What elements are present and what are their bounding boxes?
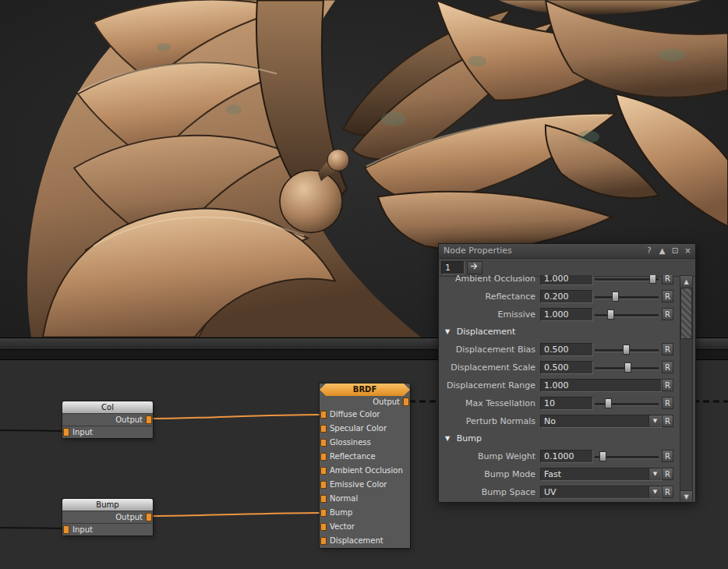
reset-button[interactable]: R xyxy=(662,290,673,302)
brdf-input-row: Bump xyxy=(320,506,410,520)
slider-handle[interactable] xyxy=(607,309,614,320)
displacement-bias-field[interactable]: 0.500 xyxy=(540,343,593,356)
property-label: Emissive xyxy=(442,306,535,323)
input-port[interactable] xyxy=(320,439,327,447)
node-brdf[interactable]: BRDF Output Diffuse Color Specular Color… xyxy=(320,383,410,548)
section-bump[interactable]: ▼ Bump xyxy=(442,430,675,447)
ambient-occlusion-field[interactable]: 1.000 xyxy=(540,275,593,285)
reset-button[interactable]: R xyxy=(662,397,673,409)
input-port[interactable] xyxy=(320,425,327,433)
emissive-field[interactable]: 1.000 xyxy=(540,308,593,321)
input-port[interactable] xyxy=(320,537,327,545)
node-bump-title[interactable]: Bump xyxy=(62,499,153,511)
scrollbar-thumb[interactable] xyxy=(680,288,692,339)
slider-track[interactable] xyxy=(595,341,659,359)
property-label: Bump Space xyxy=(442,483,535,501)
property-row-perturb-normals: Perturb Normals No ▼ R xyxy=(442,412,675,430)
property-label: Ambient Occlusion xyxy=(442,275,535,288)
slider-track[interactable] xyxy=(595,288,659,306)
output-label: Output xyxy=(115,513,143,521)
brdf-input-row: Diffuse Color xyxy=(320,408,410,422)
input-port[interactable] xyxy=(320,495,327,503)
panel-titlebar[interactable]: Node Properties ? ▲ ⊡ × xyxy=(439,244,695,259)
jump-arrow-icon xyxy=(470,262,479,270)
panel-content: Ambient Occlusion 1.000 R Reflectance 0.… xyxy=(439,275,695,502)
dropdown-value: UV xyxy=(544,487,557,497)
displacement-range-field[interactable]: 1.000 xyxy=(540,379,662,392)
input-port[interactable] xyxy=(320,509,327,517)
node-brdf-output-row: Output xyxy=(320,396,410,408)
reset-button[interactable]: R xyxy=(662,450,673,462)
bump-weight-field[interactable]: 0.1000 xyxy=(540,450,593,463)
reflectance-field[interactable]: 0.200 xyxy=(540,290,593,303)
scroll-down-icon[interactable]: ▼ xyxy=(680,490,692,502)
reset-button[interactable]: R xyxy=(662,468,673,480)
node-col-title[interactable]: Col xyxy=(62,401,153,414)
slider-handle[interactable] xyxy=(612,292,619,302)
chevron-down-icon[interactable]: ▼ xyxy=(648,468,661,480)
reset-button[interactable]: R xyxy=(662,486,673,498)
input-label: Displacement xyxy=(330,536,383,545)
collapse-triangle-icon[interactable]: ▼ xyxy=(445,435,450,442)
output-port[interactable] xyxy=(403,398,409,406)
jump-to-node-button[interactable] xyxy=(467,261,482,274)
slider-handle[interactable] xyxy=(623,345,630,355)
property-label: Perturb Normals xyxy=(442,412,535,430)
chevron-down-icon[interactable]: ▼ xyxy=(648,486,661,498)
bump-mode-dropdown[interactable]: Fast ▼ xyxy=(540,468,662,481)
input-port[interactable] xyxy=(320,453,327,461)
input-port[interactable] xyxy=(63,428,69,436)
scroll-up-icon[interactable]: ▲ xyxy=(680,276,692,288)
displacement-scale-field[interactable]: 0.500 xyxy=(540,361,593,374)
rollup-icon[interactable]: ▲ xyxy=(657,244,667,258)
input-port[interactable] xyxy=(320,411,327,419)
brdf-input-row: Displacement xyxy=(320,534,410,548)
slider-track[interactable] xyxy=(595,394,659,412)
node-bump[interactable]: Bump Output Input xyxy=(62,499,153,535)
property-label: Displacement Range xyxy=(442,376,535,394)
reset-button[interactable]: R xyxy=(662,343,673,355)
node-properties-panel[interactable]: Node Properties ? ▲ ⊡ × 1 Ambient Occlus… xyxy=(438,243,696,503)
node-brdf-title[interactable]: BRDF xyxy=(320,383,410,396)
input-port[interactable] xyxy=(63,525,69,534)
input-label: Glossiness xyxy=(330,438,371,447)
input-label: Input xyxy=(72,525,93,534)
float-window-icon[interactable]: ⊡ xyxy=(670,244,680,258)
slider-track[interactable] xyxy=(595,306,659,323)
slider-handle[interactable] xyxy=(649,275,656,284)
index-input[interactable]: 1 xyxy=(441,261,465,274)
max-tessellation-field[interactable]: 10 xyxy=(540,397,593,410)
section-displacement[interactable]: ▼ Displacement xyxy=(442,323,675,341)
property-row-displacement-scale: Displacement Scale 0.500 R xyxy=(442,359,675,376)
input-label: Bump xyxy=(330,508,352,517)
slider-handle[interactable] xyxy=(599,451,606,461)
reset-button[interactable]: R xyxy=(662,379,673,391)
node-col-output-row: Output xyxy=(62,414,153,426)
reset-button[interactable]: R xyxy=(662,275,673,284)
input-port[interactable] xyxy=(320,523,327,531)
property-row-reflectance: Reflectance 0.200 R xyxy=(442,288,675,306)
chevron-down-icon[interactable]: ▼ xyxy=(648,415,661,427)
perturb-normals-dropdown[interactable]: No ▼ xyxy=(540,415,662,428)
property-row-bump-mode: Bump Mode Fast ▼ R xyxy=(442,465,675,483)
node-col[interactable]: Col Output Input xyxy=(62,401,153,438)
input-port[interactable] xyxy=(320,481,327,489)
panel-scrollbar[interactable]: ▲ ▼ xyxy=(680,275,693,502)
input-label: Reflectance xyxy=(330,452,376,461)
reset-button[interactable]: R xyxy=(662,415,673,427)
reset-button[interactable]: R xyxy=(662,361,673,373)
output-port[interactable] xyxy=(146,513,152,521)
slider-track[interactable] xyxy=(595,447,659,465)
slider-track[interactable] xyxy=(595,359,659,376)
help-icon[interactable]: ? xyxy=(645,244,655,258)
bump-space-dropdown[interactable]: UV ▼ xyxy=(540,486,662,499)
close-icon[interactable]: × xyxy=(683,244,693,258)
slider-handle[interactable] xyxy=(624,362,631,373)
input-label: Specular Color xyxy=(330,424,387,433)
reset-button[interactable]: R xyxy=(662,308,673,320)
collapse-triangle-icon[interactable]: ▼ xyxy=(445,328,450,335)
slider-track[interactable] xyxy=(595,275,659,288)
slider-handle[interactable] xyxy=(605,398,612,408)
output-port[interactable] xyxy=(146,415,152,424)
input-port[interactable] xyxy=(320,467,327,475)
